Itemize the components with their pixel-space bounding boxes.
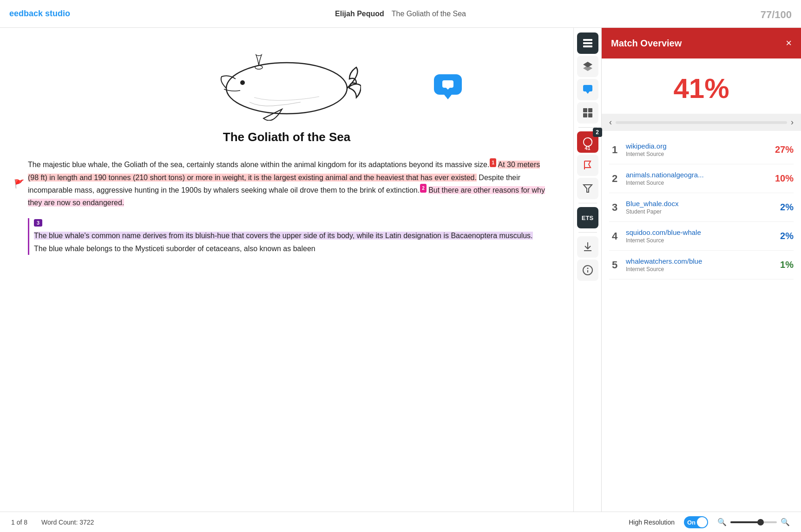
svg-rect-10 [583,85,592,91]
panel-right-area: 41 2 ETS [573,28,801,512]
comment-bubble[interactable] [434,74,462,95]
header-center: Elijah Pequod The Goliath of the Sea [335,10,466,18]
flag-icon[interactable]: 🚩 [14,176,24,191]
source-percent-5: 1% [780,260,794,270]
match-panel-title: Match Overview [611,38,682,49]
match-overview-panel: Match Overview × 41% ‹ › 1 wikipedia.org… [601,28,801,512]
match-badge-2: 2 [420,184,427,193]
svg-rect-7 [583,45,592,47]
match-panel-header: Match Overview × [602,28,801,58]
toggle-knob [697,517,707,527]
resolution-label: High Resolution [629,519,675,526]
info-button[interactable] [577,260,598,281]
svg-marker-4 [446,88,450,90]
source-number-4: 4 [609,230,620,242]
paragraph-1: The majestic blue whale, the Goliath of … [28,158,545,209]
comment-button[interactable] [577,79,598,100]
paragraph-2-after: The blue whale belongs to the Mysticeti … [34,245,315,253]
match-badge-1: 1 [490,158,496,167]
zoom-slider-fill [730,521,761,523]
source-type-1: Internet Source [626,151,769,157]
source-type-3: Student Paper [626,208,775,215]
source-link-3[interactable]: Blue_whale.docx [626,200,775,208]
zoom-out-icon[interactable]: 🔍 [717,518,727,526]
zoom-controls: 🔍 🔍 [717,518,790,526]
whale-image-container [28,46,545,121]
ets-button[interactable]: ETS [577,207,598,228]
svg-rect-6 [583,42,592,44]
header: eedback studio Elijah Pequod The Goliath… [0,0,801,28]
score-display: 77/100 [761,6,792,21]
source-number-3: 3 [609,201,620,214]
footer: 1 of 8 Word Count: 3722 High Resolution … [0,512,801,532]
zoom-slider[interactable] [730,521,777,523]
match-nav-bar: ‹ › [602,114,801,131]
source-info-4: squidoo.com/blue-whale Internet Source [626,228,775,244]
svg-rect-13 [588,108,592,112]
source-percent-1: 27% [775,144,794,155]
source-info-3: Blue_whale.docx Student Paper [626,200,775,215]
svg-marker-9 [583,65,592,71]
divider-2 [578,203,597,203]
svg-rect-15 [588,113,592,117]
source-number-1: 1 [609,144,620,156]
match-nav-prev[interactable]: ‹ [609,117,612,127]
source-link-1[interactable]: wikipedia.org [626,142,769,150]
document-area[interactable]: The Goliath of the Sea The majestic blue… [0,28,573,512]
match-nav-track [616,121,787,124]
source-link-4[interactable]: squidoo.com/blue-whale [626,228,775,236]
document-title-header: The Goliath of the Sea [392,10,466,18]
whale-image [212,46,361,121]
flag-filter-button[interactable] [577,155,598,176]
paragraph-2-highlight: The blue whale's common name derives fro… [34,232,533,240]
grid-button[interactable] [577,102,598,123]
source-percent-3: 2% [780,202,794,213]
source-info-1: wikipedia.org Internet Source [626,142,769,157]
match-nav-next[interactable]: › [791,117,794,127]
svg-rect-5 [583,39,592,41]
paragraph-2: The blue whale's common name derives fro… [34,229,545,254]
source-row-5[interactable]: 5 whalewatchers.com/blue Internet Source… [609,251,794,279]
svg-point-1 [240,80,245,85]
svg-rect-3 [442,80,453,88]
logo: eedback studio [9,9,70,19]
word-count: Word Count: 3722 [41,519,94,526]
zoom-in-icon[interactable]: 🔍 [781,518,790,526]
source-row-3[interactable]: 3 Blue_whale.docx Student Paper 2% [609,193,794,222]
svg-marker-11 [586,91,590,94]
source-type-2: Internet Source [626,180,769,186]
source-link-5[interactable]: whalewatchers.com/blue [626,257,775,265]
match-sources-list: 1 wikipedia.org Internet Source 27% 2 an… [602,136,801,512]
source-row-4[interactable]: 4 squidoo.com/blue-whale Internet Source… [609,222,794,251]
source-info-5: whalewatchers.com/blue Internet Source [626,257,775,272]
author-name: Elijah Pequod [335,10,384,18]
source-percent-4: 2% [780,231,794,241]
tools-sidebar: 41 2 ETS [573,28,601,512]
filter-button[interactable] [577,178,598,199]
close-match-panel-button[interactable]: × [786,38,792,48]
main-layout: The Goliath of the Sea The majestic blue… [0,28,801,512]
source-link-2[interactable]: animals.nationalgeogra... [626,171,769,179]
document-title: The Goliath of the Sea [28,130,545,144]
plagiarism-button[interactable]: 41 2 [577,131,598,153]
layers-button[interactable] [577,32,598,54]
source-number-5: 5 [609,259,620,271]
resolution-toggle[interactable]: On [684,516,708,528]
footer-right: High Resolution On 🔍 🔍 [629,516,790,528]
source-info-2: animals.nationalgeogra... Internet Sourc… [626,171,769,186]
svg-marker-17 [584,185,592,192]
toggle-container[interactable]: On [684,516,708,528]
source-row-2[interactable]: 2 animals.nationalgeogra... Internet Sou… [609,164,794,193]
source-type-5: Internet Source [626,266,775,272]
source-type-4: Internet Source [626,237,775,244]
svg-rect-14 [583,113,587,117]
toggle-on-label: On [687,519,696,526]
paragraph-1-before: The majestic blue whale, the Goliath of … [28,161,489,169]
download-button[interactable] [577,236,598,258]
svg-point-0 [226,63,347,114]
plagiarism-score-badge: 41 [584,145,590,151]
layers2-button[interactable] [577,56,598,77]
source-row-1[interactable]: 1 wikipedia.org Internet Source 27% [609,136,794,164]
match-percentage: 41% [602,58,801,114]
page-info: 1 of 8 [11,519,27,526]
